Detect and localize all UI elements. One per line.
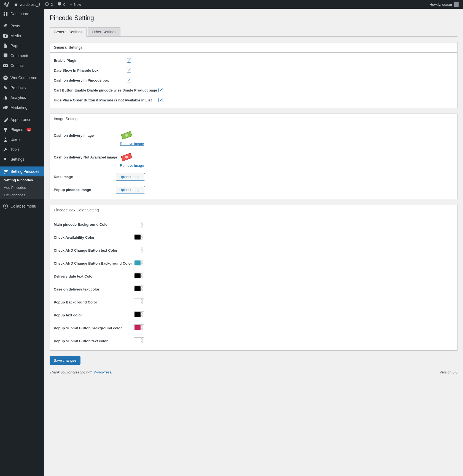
howdy-link[interactable]: Howdy, ocean (427, 0, 461, 9)
menu-products[interactable]: Products (0, 83, 44, 93)
color-check-avail[interactable] (134, 234, 144, 240)
upload-popup-image[interactable]: Upload image (116, 186, 145, 193)
admin-sidebar: Dashboard Posts Media Pages Comments Con… (0, 9, 44, 476)
settings-icon (3, 157, 8, 162)
menu-posts[interactable]: Posts (0, 21, 44, 31)
submenu-setting-pincodes[interactable]: Setting Pincodes (0, 176, 44, 184)
label-btn-bg: Check AND Change Button Background Color (54, 261, 134, 265)
menu-label: Contact (10, 63, 24, 68)
row-popup-image: Popup pincode image Upload image (50, 183, 457, 196)
menu-plugins[interactable]: Plugins 1 (0, 125, 44, 135)
row-popup-submit-text: Popup Submit Button text color (50, 335, 457, 348)
menu-label: Plugins (10, 127, 23, 132)
cart-icon (3, 169, 8, 174)
row-popup-text: Popup text color (50, 309, 457, 322)
section-body: Cash on delivery image Remove image Cash… (50, 124, 457, 199)
color-popup-bg[interactable] (134, 298, 144, 305)
menu-dashboard[interactable]: Dashboard (0, 9, 44, 19)
cod-na-image-thumb (120, 151, 133, 162)
new-link[interactable]: + New (68, 0, 83, 9)
row-check-avail: Check Availability Color (50, 231, 457, 244)
menu-comments[interactable]: Comments (0, 51, 44, 61)
users-icon (3, 137, 8, 142)
label-popup-submit-text: Popup Submit Button text color (54, 339, 134, 343)
upload-date-image[interactable]: Upload image (116, 173, 145, 181)
products-icon (3, 85, 8, 90)
section-color: Pincode Box Color Setting Main pincode B… (50, 205, 457, 351)
site-name-link[interactable]: wordpress_3 (12, 0, 42, 9)
row-date-image: Date image Upload image (50, 170, 457, 183)
checkbox-date-show[interactable] (127, 68, 131, 72)
color-btn-bg[interactable] (134, 260, 144, 266)
menu-appearance[interactable]: Appearance (0, 115, 44, 125)
checkbox-cod[interactable] (127, 78, 131, 82)
menu-woocommerce[interactable]: W WooCommerce (0, 73, 44, 83)
label-popup-text: Popup text color (54, 313, 134, 317)
menu-analytics[interactable]: Analytics (0, 93, 44, 103)
color-popup-text[interactable] (134, 311, 144, 318)
label-cod-image: Cash on delivery image (54, 130, 120, 138)
tools-icon (3, 147, 8, 152)
collapse-label: Collapse menu (10, 204, 36, 208)
menu-label: Media (10, 34, 21, 38)
menu-settings[interactable]: Settings (0, 154, 44, 164)
label-date-show: Date Show In Pincode box (54, 68, 127, 72)
menu-contact[interactable]: Contact (0, 61, 44, 71)
menu-tools[interactable]: Tools (0, 144, 44, 154)
color-cod-text[interactable] (134, 286, 144, 292)
label-enable-plugin: Enable Plugin (54, 58, 127, 63)
save-button[interactable]: Save changes (50, 356, 80, 365)
remove-cod-image[interactable]: Remove image (120, 142, 144, 146)
checkbox-enable-plugin[interactable] (127, 58, 131, 63)
admin-bar: wordpress_3 2 0 + New Howdy, ocean (0, 0, 463, 9)
home-icon (14, 2, 18, 7)
label-cart-button: Cart Button Enable Diable pincode wise S… (54, 88, 158, 92)
row-cod-na-image: Cash on delivery Not Availabel image Rem… (50, 149, 457, 170)
main-content: Pincode Setting General Settings Other S… (44, 9, 463, 476)
submenu-add-pincodes[interactable]: Add Pincodes (0, 184, 44, 191)
section-header: General Settings (50, 42, 457, 53)
comment-icon (57, 2, 62, 7)
menu-label: Products (10, 85, 26, 90)
remove-cod-na-image[interactable]: Remove image (120, 163, 144, 168)
section-image: Image Setting Cash on delivery image Rem… (50, 114, 457, 199)
howdy-text: Howdy, ocean (430, 2, 452, 7)
contact-icon (3, 63, 8, 68)
label-popup-submit-bg: Popup Submit Button background color (54, 326, 134, 330)
tab-other[interactable]: Other Settings (88, 27, 121, 36)
plugins-badge: 1 (26, 128, 31, 131)
menu-users[interactable]: Users (0, 135, 44, 144)
section-body: Enable Plugin Date Show In Pincode box C… (50, 53, 457, 108)
checkbox-hide-order[interactable] (158, 98, 163, 102)
menu-pages[interactable]: Pages (0, 41, 44, 51)
color-popup-submit-bg[interactable] (134, 324, 144, 331)
label-popup-bg: Popup Background Color (54, 300, 134, 304)
menu-media[interactable]: Media (0, 31, 44, 41)
section-body: Main pincode Background Color Check Avai… (50, 215, 457, 350)
comments-link[interactable]: 0 (55, 0, 68, 9)
analytics-icon (3, 95, 8, 100)
label-check-avail: Check Availability Color (54, 235, 134, 240)
label-cod-na-image: Cash on delivery Not Availabel image (54, 151, 120, 159)
row-btn-text: Check AND Change Button text Color (50, 244, 457, 257)
updates-link[interactable]: 2 (42, 0, 55, 9)
color-main-bg[interactable] (134, 221, 144, 227)
row-delivery-text: Delivery date text Color (50, 270, 457, 283)
tab-general[interactable]: General Settings (50, 27, 87, 37)
color-btn-text[interactable] (134, 247, 144, 253)
menu-label: Users (10, 137, 21, 142)
pages-icon (3, 43, 8, 49)
label-btn-text: Check AND Change Button text Color (54, 248, 134, 252)
menu-label: Marketing (10, 105, 27, 110)
collapse-menu[interactable]: Collapse menu (0, 201, 44, 211)
checkbox-cart-button[interactable] (158, 88, 163, 92)
color-popup-submit-text[interactable] (134, 337, 144, 344)
wordpress-link[interactable]: WordPress (94, 370, 111, 374)
row-popup-bg: Popup Background Color (50, 296, 457, 309)
color-delivery-text[interactable] (134, 273, 144, 279)
menu-marketing[interactable]: Marketing (0, 103, 44, 112)
submenu-list-pincodes[interactable]: List Pincodes (0, 191, 44, 199)
wp-logo[interactable] (2, 0, 12, 9)
tab-wrapper: General Settings Other Settings (50, 27, 457, 37)
menu-setting-pincodes[interactable]: Setting Pincodes (0, 166, 44, 176)
